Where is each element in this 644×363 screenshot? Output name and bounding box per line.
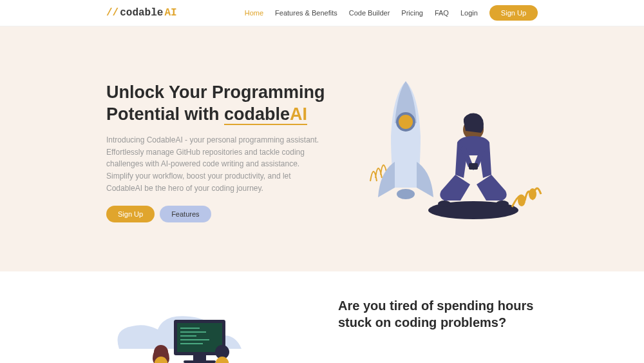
- rocket-person-illustration: [345, 72, 551, 233]
- logo[interactable]: // codable AI: [106, 7, 177, 19]
- section2-title: Are you tired of spending hours stuck on…: [338, 297, 538, 331]
- svg-rect-17: [193, 355, 206, 360]
- svg-point-5: [397, 189, 415, 199]
- hero-text: Unlock Your Programming Potential with c…: [106, 82, 325, 222]
- hero-signup-button[interactable]: Sign Up: [106, 206, 155, 222]
- logo-name: codable: [120, 7, 163, 19]
- svg-point-1: [518, 195, 526, 206]
- svg-point-7: [438, 201, 451, 207]
- hero-buttons: Sign Up Features: [106, 206, 325, 222]
- hero-section: Unlock Your Programming Potential with c…: [0, 26, 644, 271]
- coding-people-illustration: [106, 297, 312, 363]
- nav-features[interactable]: Features & Benefits: [275, 9, 337, 17]
- svg-rect-18: [184, 360, 216, 363]
- section2-text: Are you tired of spending hours stuck on…: [338, 297, 538, 331]
- nav-faq[interactable]: FAQ: [435, 9, 449, 17]
- hero-features-button[interactable]: Features: [160, 206, 211, 222]
- nav-login[interactable]: Login: [460, 9, 478, 17]
- svg-point-4: [399, 115, 413, 129]
- svg-rect-11: [177, 323, 222, 352]
- section-problem: Are you tired of spending hours stuck on…: [0, 271, 644, 363]
- nav-pricing[interactable]: Pricing: [401, 9, 423, 17]
- logo-slash: //: [106, 7, 118, 19]
- logo-suffix: AI: [164, 7, 176, 19]
- navbar: // codable AI Home Features & Benefits C…: [0, 0, 644, 26]
- hero-description: Introducing CodableAI - your personal pr…: [106, 134, 325, 194]
- nav-items: Home Features & Benefits Code Builder Pr…: [245, 5, 538, 21]
- svg-rect-9: [469, 163, 478, 170]
- svg-point-8: [496, 201, 509, 207]
- nav-home[interactable]: Home: [245, 9, 263, 17]
- hero-title: Unlock Your Programming Potential with c…: [106, 82, 325, 126]
- svg-point-2: [529, 188, 536, 200]
- hero-title-brand: codableAI: [224, 104, 307, 125]
- hero-illustration-wrap: [345, 72, 551, 233]
- coding-illustration-wrap: [106, 297, 312, 363]
- nav-code-builder[interactable]: Code Builder: [349, 9, 390, 17]
- signup-button[interactable]: Sign Up: [489, 5, 538, 21]
